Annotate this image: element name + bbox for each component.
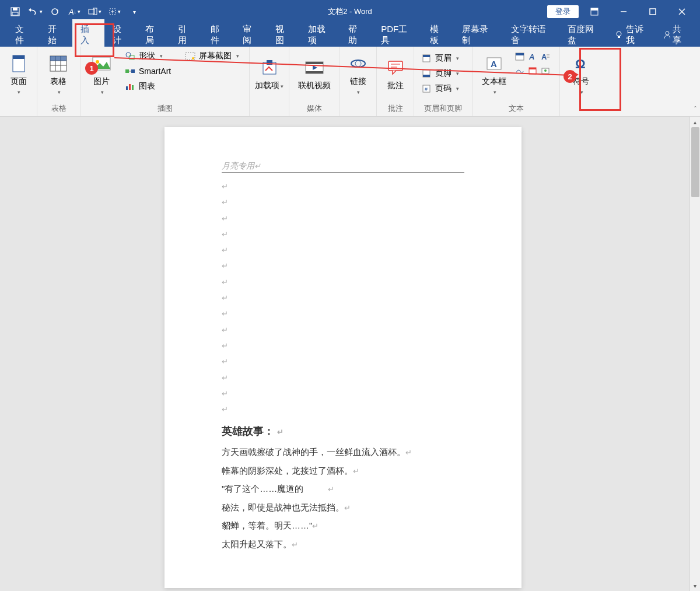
group-media: 联机视频 媒体 bbox=[289, 47, 340, 116]
quick-parts-icon[interactable] bbox=[514, 51, 525, 62]
undo-button[interactable]: ▾ bbox=[26, 3, 44, 20]
pagenum-button[interactable]: #页码▾ bbox=[418, 82, 463, 96]
table-icon bbox=[48, 53, 69, 74]
body-line: 貂蝉，等着。明天……" bbox=[222, 520, 312, 530]
svg-point-26 bbox=[126, 53, 131, 57]
svg-rect-46 bbox=[423, 55, 430, 57]
qat-device-button[interactable]: ▾ bbox=[85, 3, 104, 20]
ribbon-display-button[interactable] bbox=[581, 3, 608, 20]
header-label: 页眉 bbox=[435, 53, 452, 64]
tab-help[interactable]: 帮助 bbox=[340, 19, 373, 51]
page-header[interactable]: 月亮专用↵ bbox=[222, 161, 464, 173]
annotation-badge-2: 2 bbox=[564, 70, 576, 83]
body-line: 帷幕的阴影深处，龙接过了酒杯。 bbox=[222, 466, 353, 475]
vertical-scrollbar[interactable]: ▴ ▾ bbox=[690, 117, 700, 591]
document-page[interactable]: 月亮专用↵ ↵↵↵ ↵↵↵ ↵↵↵ ↵↵↵ ↵↵↵ 英雄故事： ↵ 方天画戟擦破… bbox=[164, 127, 522, 588]
close-button[interactable] bbox=[668, 3, 695, 20]
tab-review[interactable]: 审阅 bbox=[235, 19, 267, 51]
link-icon bbox=[348, 53, 369, 74]
scroll-down-button[interactable]: ▾ bbox=[690, 580, 700, 591]
login-button[interactable]: 登录 bbox=[547, 5, 579, 18]
group-label bbox=[343, 104, 373, 115]
smartart-icon bbox=[125, 66, 135, 76]
links-button[interactable]: 链接▾ bbox=[343, 49, 373, 99]
header-button[interactable]: 页眉▾ bbox=[418, 51, 463, 65]
scroll-up-button[interactable]: ▴ bbox=[690, 117, 700, 127]
table-button[interactable]: 表格▾ bbox=[41, 49, 76, 99]
maximize-button[interactable] bbox=[639, 3, 666, 20]
share-button[interactable]: 共享 bbox=[657, 20, 694, 50]
svg-rect-23 bbox=[50, 56, 66, 61]
tell-me-button[interactable]: 告诉我 bbox=[608, 20, 655, 50]
redo-button[interactable] bbox=[46, 3, 64, 20]
signature-icon[interactable] bbox=[514, 65, 525, 76]
tab-design[interactable]: 设计 bbox=[104, 19, 137, 51]
body-line: 方天画戟擦破了战神的手，一丝鲜血流入酒杯。 bbox=[222, 447, 405, 457]
qat-style-button[interactable]: A↓▾ bbox=[65, 3, 84, 20]
dropcap-icon[interactable]: A bbox=[540, 51, 551, 62]
addins-button[interactable]: 加载项▾ bbox=[253, 49, 285, 99]
svg-rect-1 bbox=[13, 8, 18, 11]
online-video-button[interactable]: 联机视频 bbox=[293, 49, 335, 99]
svg-rect-10 bbox=[650, 9, 656, 15]
group-text: A 文本框▾ A A 文本 bbox=[473, 47, 560, 116]
person-icon bbox=[663, 31, 670, 39]
group-addins: 加载项▾ bbox=[250, 47, 289, 116]
group-links: 链接▾ bbox=[340, 47, 377, 116]
tab-template[interactable]: 模板 bbox=[422, 19, 454, 51]
chart-button[interactable]: 图表 bbox=[121, 79, 174, 93]
group-pages: 页面▾ bbox=[0, 47, 37, 116]
group-comments-label: 批注 bbox=[380, 102, 410, 115]
tab-pdf[interactable]: PDF工具 bbox=[373, 19, 422, 51]
group-label bbox=[564, 104, 600, 115]
pages-button[interactable]: 页面▾ bbox=[4, 49, 33, 99]
pagenum-icon: # bbox=[421, 83, 432, 94]
svg-rect-30 bbox=[126, 86, 128, 90]
tab-addins[interactable]: 加载项 bbox=[300, 19, 341, 51]
comment-button[interactable]: 批注 bbox=[380, 49, 410, 99]
tab-mailings[interactable]: 邮件 bbox=[202, 19, 235, 51]
textbox-icon: A bbox=[484, 53, 505, 74]
video-icon bbox=[304, 57, 325, 78]
textbox-button[interactable]: A 文本框▾ bbox=[476, 49, 512, 99]
tab-file[interactable]: 文件 bbox=[7, 19, 40, 51]
tab-baidu[interactable]: 百度网盘 bbox=[559, 19, 608, 51]
addins-icon bbox=[259, 57, 280, 78]
collapse-ribbon-button[interactable]: ˆ bbox=[694, 106, 696, 114]
svg-rect-14 bbox=[618, 36, 620, 38]
save-button[interactable] bbox=[6, 3, 24, 20]
minimize-button[interactable] bbox=[610, 3, 637, 20]
tab-tts[interactable]: 文字转语音 bbox=[503, 19, 559, 51]
tab-screenrec[interactable]: 屏幕录制 bbox=[454, 19, 503, 51]
tab-references[interactable]: 引用 bbox=[170, 19, 202, 51]
shapes-button[interactable]: 形状▾ bbox=[121, 49, 174, 63]
tab-view[interactable]: 视图 bbox=[267, 19, 300, 51]
document-area: 月亮专用↵ ↵↵↵ ↵↵↵ ↵↵↵ ↵↵↵ ↵↵↵ 英雄故事： ↵ 方天画戟擦破… bbox=[0, 117, 700, 591]
annotation-badge-1: 1 bbox=[85, 62, 98, 75]
wordart-icon[interactable]: A bbox=[527, 51, 538, 62]
svg-rect-29 bbox=[131, 69, 135, 73]
smartart-button[interactable]: SmartArt bbox=[121, 64, 174, 78]
addins-label: 加载项 bbox=[255, 81, 279, 90]
svg-rect-48 bbox=[423, 75, 430, 77]
page-body[interactable]: ↵↵↵ ↵↵↵ ↵↵↵ ↵↵↵ ↵↵↵ 英雄故事： ↵ 方天画戟擦破了战神的手，… bbox=[222, 179, 464, 553]
heading: 英雄故事： bbox=[222, 425, 274, 437]
table-label: 表格 bbox=[50, 76, 66, 87]
svg-text:A: A bbox=[491, 59, 497, 69]
group-tables: 表格▾ 表格 bbox=[37, 47, 80, 116]
tab-home[interactable]: 开始 bbox=[40, 19, 72, 51]
links-label: 链接 bbox=[350, 76, 366, 87]
group-media-label: 媒体 bbox=[293, 102, 335, 115]
comment-label: 批注 bbox=[387, 81, 404, 91]
chart-label: 图表 bbox=[139, 81, 155, 92]
tab-insert[interactable]: 插入 bbox=[72, 19, 105, 51]
qat-new-button[interactable]: ▾ bbox=[105, 3, 124, 20]
svg-rect-54 bbox=[516, 53, 524, 55]
svg-rect-38 bbox=[306, 62, 323, 64]
svg-point-25 bbox=[96, 60, 99, 64]
tab-layout[interactable]: 布局 bbox=[137, 19, 170, 51]
qat-customize-button[interactable]: ▾ bbox=[125, 3, 144, 20]
scroll-thumb[interactable] bbox=[691, 127, 699, 197]
pictures-label: 图片 bbox=[93, 76, 110, 87]
page-icon bbox=[8, 53, 29, 74]
